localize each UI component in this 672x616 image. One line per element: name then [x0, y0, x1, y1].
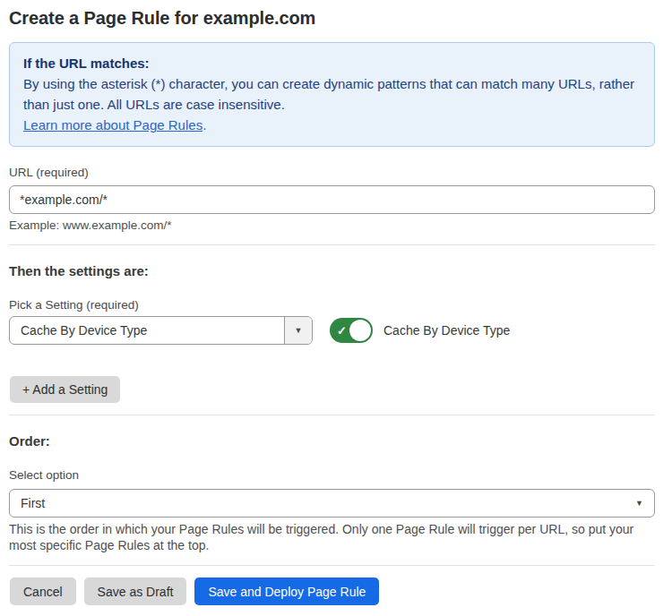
learn-more-link[interactable]: Learn more about Page Rules [23, 117, 202, 133]
setting-select-arrow-button[interactable]: ▼ [284, 317, 312, 344]
add-setting-button[interactable]: + Add a Setting [10, 376, 120, 403]
save-as-draft-button[interactable]: Save as Draft [84, 578, 187, 605]
url-input[interactable] [9, 185, 655, 214]
info-box-body: By using the asterisk (*) character, you… [23, 73, 641, 115]
divider [9, 244, 655, 245]
order-section-heading: Order: [9, 433, 655, 449]
setting-select[interactable]: Cache By Device Type ▼ [9, 316, 313, 345]
info-box-link-line: Learn more about Page Rules. [23, 115, 641, 135]
toggle-knob [349, 320, 371, 341]
url-field-label: URL (required) [9, 166, 655, 180]
chevron-down-icon: ▼ [635, 500, 643, 508]
settings-section-heading: Then the settings are: [9, 263, 655, 279]
info-box-heading: If the URL matches: [23, 53, 641, 73]
chevron-down-icon: ▼ [295, 327, 303, 335]
order-select-arrow: ▼ [635, 490, 654, 517]
toggle-label: Cache By Device Type [383, 323, 510, 338]
divider [9, 565, 655, 566]
divider [9, 415, 655, 415]
order-select[interactable]: First ▼ [9, 489, 655, 518]
url-example-helper: Example: www.example.com/* [9, 218, 655, 233]
page-title: Create a Page Rule for example.com [9, 7, 655, 29]
order-select-value: First [10, 490, 635, 517]
order-select-label: Select option [9, 468, 655, 483]
order-helper-text: This is the order in which your Page Rul… [9, 521, 655, 553]
cancel-button[interactable]: Cancel [10, 578, 76, 605]
setting-select-value: Cache By Device Type [10, 317, 284, 344]
url-match-info-box: If the URL matches: By using the asteris… [9, 42, 655, 147]
check-icon: ✓ [337, 325, 347, 337]
page-rule-form: Create a Page Rule for example.com If th… [0, 0, 672, 605]
cache-device-toggle[interactable]: ✓ [330, 318, 373, 343]
pick-setting-label: Pick a Setting (required) [9, 298, 655, 312]
action-buttons-row: Cancel Save as Draft Save and Deploy Pag… [10, 578, 655, 605]
save-and-deploy-button[interactable]: Save and Deploy Page Rule [194, 578, 379, 605]
link-period: . [202, 117, 206, 133]
setting-row: Cache By Device Type ▼ ✓ Cache By Device… [9, 316, 655, 345]
